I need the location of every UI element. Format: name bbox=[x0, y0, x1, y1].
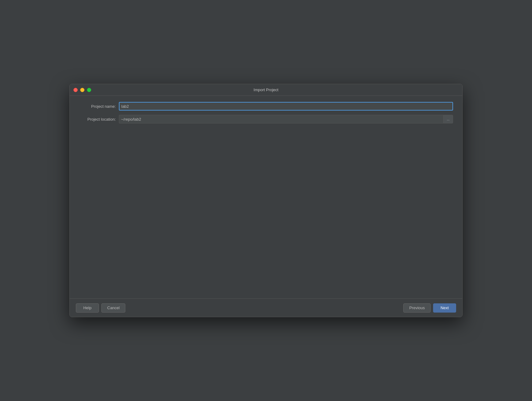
import-project-window: Import Project Project name: Project loc… bbox=[69, 84, 463, 317]
project-name-input[interactable] bbox=[119, 102, 453, 111]
minimize-button[interactable] bbox=[80, 88, 84, 92]
location-input-wrapper: ... bbox=[119, 115, 453, 123]
maximize-button[interactable] bbox=[87, 88, 91, 92]
cancel-button[interactable]: Cancel bbox=[101, 303, 125, 313]
traffic-lights bbox=[73, 88, 91, 92]
content-area: Project name: Project location: ... bbox=[70, 96, 462, 298]
project-location-input[interactable] bbox=[119, 115, 443, 123]
project-location-row: Project location: ... bbox=[79, 115, 453, 123]
help-button[interactable]: Help bbox=[76, 303, 99, 313]
previous-button[interactable]: Previous bbox=[403, 303, 431, 313]
project-location-label: Project location: bbox=[79, 117, 119, 122]
project-name-label: Project name: bbox=[79, 104, 119, 109]
footer-right-buttons: Previous Next bbox=[403, 303, 456, 313]
project-name-row: Project name: bbox=[79, 102, 453, 111]
close-button[interactable] bbox=[73, 88, 78, 92]
browse-button[interactable]: ... bbox=[443, 115, 453, 123]
window-title: Import Project bbox=[254, 88, 279, 92]
title-bar: Import Project bbox=[70, 84, 462, 96]
footer-left-buttons: Help Cancel bbox=[76, 303, 125, 313]
footer: Help Cancel Previous Next bbox=[70, 298, 462, 317]
next-button[interactable]: Next bbox=[433, 303, 456, 313]
form-section: Project name: Project location: ... bbox=[79, 102, 453, 123]
